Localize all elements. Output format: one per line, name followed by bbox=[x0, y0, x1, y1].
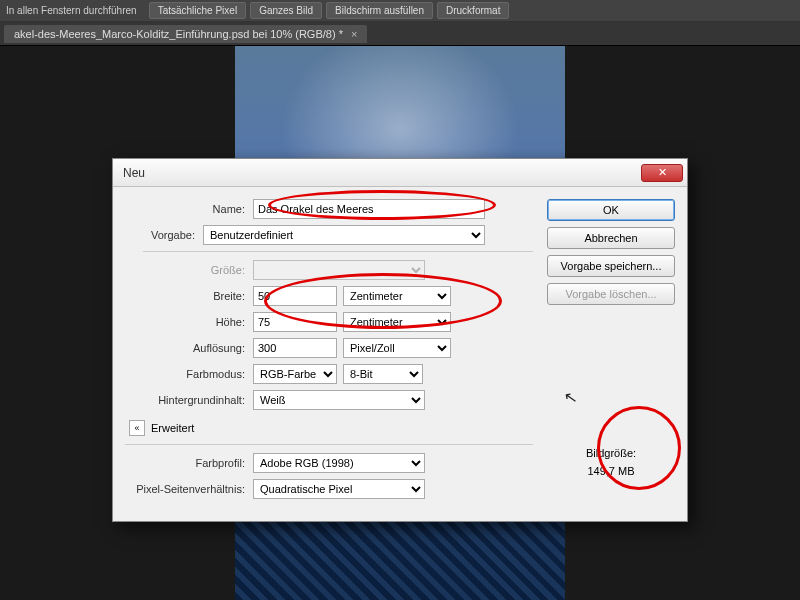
label-size: Größe: bbox=[125, 264, 253, 276]
chevron-up-icon: « bbox=[129, 420, 145, 436]
label-name: Name: bbox=[125, 203, 253, 215]
label-background: Hintergrundinhalt: bbox=[125, 394, 253, 406]
new-document-dialog: Neu ✕ Name: Vorgabe: Benutzerdefiniert G… bbox=[112, 158, 688, 522]
image-size-label: Bildgröße: bbox=[547, 445, 675, 463]
options-bar: In allen Fenstern durchführen Tatsächlic… bbox=[0, 0, 800, 22]
label-height: Höhe: bbox=[125, 316, 253, 328]
size-select bbox=[253, 260, 425, 280]
preset-select[interactable]: Benutzerdefiniert bbox=[203, 225, 485, 245]
label-width: Breite: bbox=[125, 290, 253, 302]
dialog-buttons: OK Abbrechen Vorgabe speichern... Vorgab… bbox=[547, 199, 675, 505]
btn-fit-screen[interactable]: Ganzes Bild bbox=[250, 2, 322, 19]
save-preset-button[interactable]: Vorgabe speichern... bbox=[547, 255, 675, 277]
background-select[interactable]: Weiß bbox=[253, 390, 425, 410]
label-colorprofile: Farbprofil: bbox=[125, 457, 253, 469]
resolution-input[interactable] bbox=[253, 338, 337, 358]
btn-fill-screen[interactable]: Bildschirm ausfüllen bbox=[326, 2, 433, 19]
pixelaspect-select[interactable]: Quadratische Pixel bbox=[253, 479, 425, 499]
width-unit-select[interactable]: Zentimeter bbox=[343, 286, 451, 306]
document-tab-title: akel-des-Meeres_Marco-Kolditz_Einführung… bbox=[14, 28, 343, 40]
document-tab-active[interactable]: akel-des-Meeres_Marco-Kolditz_Einführung… bbox=[4, 25, 367, 43]
dialog-close-button[interactable]: ✕ bbox=[641, 164, 683, 182]
dialog-form: Name: Vorgabe: Benutzerdefiniert Größe: … bbox=[125, 199, 533, 505]
label-preset: Vorgabe: bbox=[125, 229, 203, 241]
advanced-toggle[interactable]: « Erweitert bbox=[129, 420, 533, 436]
image-size-value: 149,7 MB bbox=[547, 463, 675, 481]
delete-preset-button: Vorgabe löschen... bbox=[547, 283, 675, 305]
height-unit-select[interactable]: Zentimeter bbox=[343, 312, 451, 332]
label-advanced: Erweitert bbox=[151, 422, 194, 434]
close-icon[interactable]: × bbox=[351, 28, 357, 40]
cancel-button[interactable]: Abbrechen bbox=[547, 227, 675, 249]
btn-print-size[interactable]: Druckformat bbox=[437, 2, 509, 19]
ok-button[interactable]: OK bbox=[547, 199, 675, 221]
name-input[interactable] bbox=[253, 199, 485, 219]
width-input[interactable] bbox=[253, 286, 337, 306]
btn-actual-pixels[interactable]: Tatsächliche Pixel bbox=[149, 2, 246, 19]
resolution-unit-select[interactable]: Pixel/Zoll bbox=[343, 338, 451, 358]
label-resolution: Auflösung: bbox=[125, 342, 253, 354]
label-pixelaspect: Pixel-Seitenverhältnis: bbox=[125, 483, 253, 495]
document-tabs: akel-des-Meeres_Marco-Kolditz_Einführung… bbox=[0, 22, 800, 46]
colorprofile-select[interactable]: Adobe RGB (1998) bbox=[253, 453, 425, 473]
close-icon: ✕ bbox=[658, 166, 667, 179]
bitdepth-select[interactable]: 8-Bit bbox=[343, 364, 423, 384]
dialog-titlebar[interactable]: Neu ✕ bbox=[113, 159, 687, 187]
height-input[interactable] bbox=[253, 312, 337, 332]
dialog-title: Neu bbox=[123, 166, 145, 180]
options-label: In allen Fenstern durchführen bbox=[6, 5, 137, 16]
colormode-select[interactable]: RGB-Farbe bbox=[253, 364, 337, 384]
image-size-readout: Bildgröße: 149,7 MB bbox=[547, 445, 675, 480]
label-colormode: Farbmodus: bbox=[125, 368, 253, 380]
